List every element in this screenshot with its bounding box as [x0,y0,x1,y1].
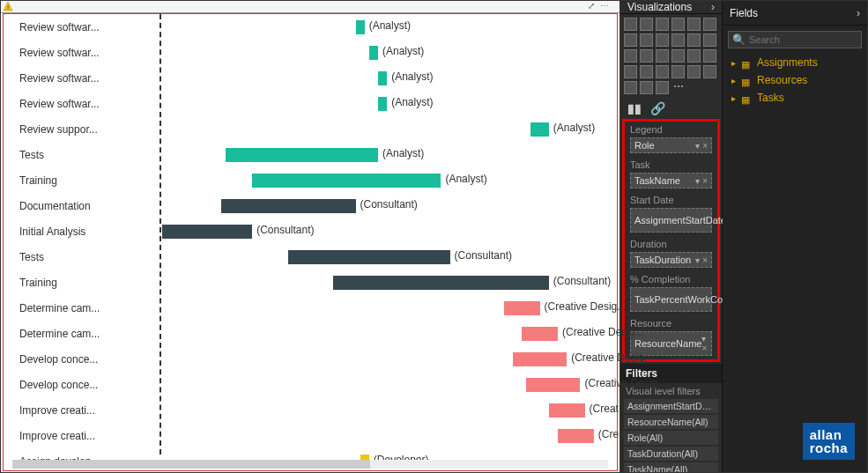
task-label: Documentation [4,200,153,212]
chip-remove-icon[interactable]: ▾ × [695,141,708,151]
visual-type-icon[interactable] [703,18,716,31]
filter-item[interactable]: TaskName(All) [624,462,718,473]
visual-type-icon[interactable] [656,65,669,78]
gantt-row[interactable]: Improve creati...(Creat [4,397,617,423]
gantt-bar[interactable] [221,199,356,213]
visual-type-icon[interactable] [671,65,685,78]
gantt-row[interactable]: Determine cam...(Creative Desig... [4,321,617,346]
filter-item[interactable]: ResourceName(All) [624,415,718,429]
svg-text:!: ! [7,4,9,11]
visual-type-icon[interactable] [703,65,716,78]
visual-type-icon[interactable] [640,81,653,94]
gantt-row[interactable]: Tests(Consultant) [4,244,617,270]
visual-type-icon[interactable] [671,33,685,47]
visual-type-icon[interactable] [687,33,701,47]
caret-right-icon: ▸ [731,58,736,68]
gantt-bar[interactable] [504,301,540,315]
field-table-tasks[interactable]: ▸Tasks [723,89,867,107]
gantt-row[interactable]: Review softwar...(Analyst) [4,91,617,116]
series-label: (Analyst) [391,96,433,108]
gantt-bar[interactable] [378,97,387,111]
gantt-row[interactable]: Documentation(Consultant) [4,193,617,218]
search-input[interactable] [749,34,857,45]
gantt-bar[interactable] [549,403,585,418]
chevron-right-icon[interactable]: › [711,1,715,13]
gantt-row[interactable]: Initial Analysis(Consultant) [4,218,617,244]
filter-item[interactable]: Role(All) [624,431,718,445]
visual-type-icon[interactable] [687,18,701,31]
more-options-icon[interactable]: ⋯ [600,1,614,11]
visual-type-icon[interactable] [640,49,653,63]
chip-remove-icon[interactable]: ▾ × [695,176,708,186]
gantt-bar[interactable] [252,174,441,188]
visual-type-icon[interactable] [624,65,637,78]
chip-remove-icon[interactable]: ▾ × [701,334,708,353]
visual-type-icon[interactable] [624,33,637,47]
chip-remove-icon[interactable]: ▾ × [695,255,708,265]
visual-type-icon[interactable] [687,65,701,78]
gantt-bar[interactable] [333,276,549,290]
gantt-bar[interactable] [356,20,365,34]
filter-item[interactable]: TaskDuration(All) [624,447,718,461]
fields-tab-icon[interactable]: ▮▮ [627,101,642,115]
gantt-bar[interactable] [162,225,252,239]
gantt-row[interactable]: Determine cam...(Creative Desig... [4,295,617,321]
gantt-row[interactable]: Develop conce...(Creative Desig. [4,346,617,372]
format-tab-icon[interactable]: 🔗 [650,101,665,115]
visual-type-icon[interactable] [703,33,716,47]
gantt-bar[interactable] [526,378,580,392]
fields-search[interactable]: 🔍 [728,31,862,48]
gantt-chart[interactable]: Review softwar...(Analyst)Review softwar… [3,13,618,471]
bar-track: (Consultant) [153,225,617,239]
gantt-row[interactable]: Develop conce...(Creative Desig [4,372,617,397]
gantt-row[interactable]: Review softwar...(Analyst) [4,65,617,91]
visual-type-icon[interactable] [656,49,669,63]
gantt-bar[interactable] [369,46,378,60]
gantt-bar[interactable] [513,352,567,366]
visual-type-icon[interactable] [624,49,637,63]
more-visuals-icon[interactable]: ⋯ [671,81,685,94]
gantt-row[interactable]: Review softwar...(Analyst) [4,40,617,65]
gantt-row[interactable]: Review suppor...(Analyst) [4,116,617,142]
visual-type-icon[interactable] [687,49,701,63]
gantt-bar[interactable] [226,148,378,162]
gantt-bar[interactable] [288,250,450,264]
field-well-chip[interactable]: TaskDuration▾ × [630,252,712,268]
focus-mode-icon[interactable]: ⤢ [588,1,600,11]
visual-type-icon[interactable] [656,33,669,47]
visual-type-icon[interactable] [640,65,653,78]
visual-type-icon[interactable] [671,49,685,63]
field-well-chip[interactable]: TaskName▾ × [630,173,712,188]
fields-header[interactable]: Fields › [723,1,867,26]
gantt-row[interactable]: Training(Analyst) [4,167,617,193]
report-canvas[interactable]: ! ⤢⋯ Review softwar...(Analyst)Review so… [1,1,620,472]
horizontal-scrollbar[interactable] [12,460,608,469]
gantt-bar[interactable] [530,122,548,137]
scrollbar-thumb[interactable] [12,460,370,469]
chevron-right-icon[interactable]: › [857,7,860,19]
gantt-row[interactable]: Training(Consultant) [4,270,617,295]
gantt-bar[interactable] [522,327,558,341]
field-well-chip[interactable]: Role▾ × [630,137,712,153]
field-table-assignments[interactable]: ▸Assignments [723,54,867,71]
visual-type-icon[interactable] [671,18,685,31]
task-label: Review softwar... [4,98,153,110]
visual-type-icon[interactable] [703,49,716,63]
visual-type-icon[interactable] [640,18,653,31]
field-table-resources[interactable]: ▸Resources [723,71,867,89]
visual-type-icon[interactable] [656,81,669,94]
visualizations-header[interactable]: Visualizations › [620,1,722,14]
gantt-row[interactable]: Tests(Analyst) [4,142,617,167]
visual-type-icon[interactable] [624,18,637,31]
task-label: Review softwar... [4,21,153,33]
field-well-chip[interactable]: AssignmentStartDate▾ × [630,208,712,233]
field-well-chip[interactable]: TaskPercentWorkCom...▾ × [630,287,712,312]
visual-type-icon[interactable] [656,18,669,31]
gantt-row[interactable]: Improve creati...(Creat [4,423,617,448]
gantt-row[interactable]: Review softwar...(Analyst) [4,14,617,40]
gantt-bar[interactable] [378,71,387,85]
filter-item[interactable]: AssignmentStartDate(All) [624,399,718,413]
gantt-bar[interactable] [558,429,594,443]
visual-type-icon[interactable] [640,33,653,47]
visual-type-icon[interactable] [624,81,637,94]
